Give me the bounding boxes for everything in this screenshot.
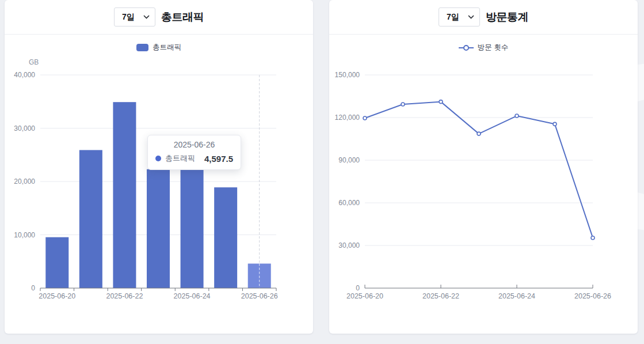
visits-panel: 7일 방문통계 방문 횟수 030,00060,00090,000120,000… (329, 0, 638, 334)
bar[interactable] (113, 102, 136, 288)
line-marker[interactable] (401, 103, 405, 106)
tooltip-value: 4,597.5 (204, 154, 233, 164)
traffic-period-value: 7일 (122, 12, 135, 22)
line-marker[interactable] (439, 100, 443, 104)
x-axis-tick-label: 2025-06-26 (241, 292, 278, 300)
visits-period-value: 7일 (447, 12, 459, 22)
y-axis-tick-label: 60,000 (338, 199, 360, 207)
chevron-down-icon (468, 15, 474, 19)
y-axis-tick-label: 30,000 (14, 124, 35, 133)
line-marker[interactable] (515, 114, 519, 118)
bar[interactable] (181, 169, 204, 288)
y-axis-tick-label: 90,000 (338, 156, 360, 164)
visits-panel-header: 7일 방문통계 (329, 0, 638, 35)
y-axis-tick-label: 0 (356, 284, 360, 292)
tooltip-series-dot-icon (155, 156, 161, 161)
line-marker[interactable] (477, 132, 481, 135)
x-axis-tick-label: 2025-06-20 (39, 292, 75, 300)
x-axis-tick-label: 2025-06-24 (174, 292, 211, 300)
line-marker[interactable] (553, 122, 557, 126)
traffic-panel: 7일 총트래픽 총트래픽 GB 010,00020,00030,00040,00… (5, 0, 313, 334)
x-axis-tick-label: 2025-06-26 (574, 292, 611, 300)
y-axis-tick-label: 20,000 (14, 177, 35, 186)
visits-line-chart[interactable]: 030,00060,00090,000120,000150,0002025-06… (329, 35, 638, 334)
line-marker[interactable] (591, 236, 595, 240)
visits-panel-title: 방문통계 (486, 10, 528, 25)
line-series (365, 102, 593, 238)
chevron-down-icon (143, 15, 150, 19)
chart-tooltip: 2025-06-26 총트래픽 4,597.5 (147, 135, 241, 170)
tooltip-row: 총트래픽 4,597.5 (155, 153, 233, 164)
traffic-panel-header: 7일 총트래픽 (5, 0, 313, 35)
x-axis-tick-label: 2025-06-20 (346, 292, 383, 300)
traffic-panel-title: 총트래픽 (161, 10, 204, 25)
y-axis-tick-label: 10,000 (14, 231, 35, 239)
bar[interactable] (45, 237, 68, 288)
x-axis-tick-label: 2025-06-22 (106, 292, 143, 300)
x-axis-tick-label: 2025-06-22 (422, 292, 459, 300)
traffic-bar-chart[interactable]: 010,00020,00030,00040,0002025-06-202025-… (5, 35, 313, 334)
x-axis-tick-label: 2025-06-24 (498, 292, 535, 300)
y-axis-tick-label: 0 (31, 284, 35, 292)
y-axis-tick-label: 30,000 (338, 241, 360, 250)
traffic-period-select[interactable]: 7일 (114, 7, 155, 27)
y-axis-tick-label: 40,000 (14, 71, 35, 79)
line-marker[interactable] (363, 116, 367, 120)
y-axis-tick-label: 150,000 (335, 71, 360, 79)
y-axis-tick-label: 120,000 (335, 114, 360, 122)
tooltip-series-label: 총트래픽 (165, 153, 195, 164)
bar[interactable] (147, 169, 170, 288)
visits-period-select[interactable]: 7일 (439, 7, 480, 27)
tooltip-date: 2025-06-26 (155, 140, 233, 149)
bar[interactable] (214, 187, 237, 288)
bar[interactable] (79, 150, 102, 288)
